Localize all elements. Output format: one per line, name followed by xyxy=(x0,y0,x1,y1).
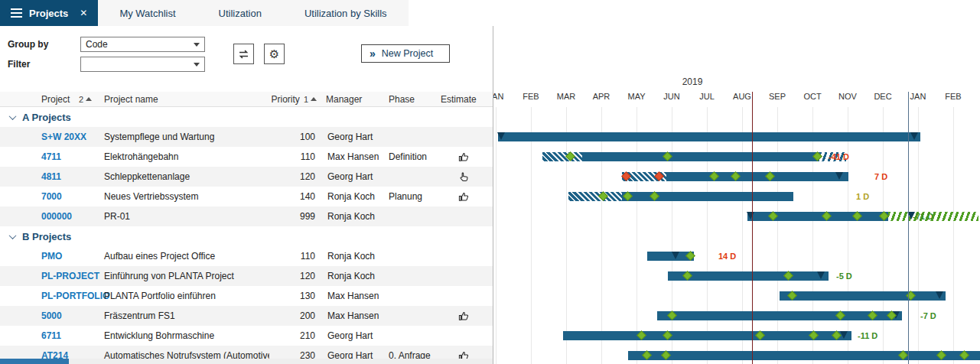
table-row[interactable]: 4811Schleppkettenanlage120Georg Hart xyxy=(0,167,493,187)
col-manager-label: Manager xyxy=(326,94,362,105)
main-area: Group by Code Filter ⚙ » New Project xyxy=(0,26,980,364)
gantt-bar[interactable] xyxy=(563,331,851,340)
manager-value: Ronja Koch xyxy=(320,251,378,262)
bar-end-marker xyxy=(936,291,943,299)
table-row[interactable]: 7000Neues Vertriebssystem140Ronja KochPl… xyxy=(0,187,493,206)
menu-icon[interactable] xyxy=(11,8,22,18)
project-code-link[interactable]: 7000 xyxy=(35,191,98,202)
phase-value: Planung xyxy=(378,191,435,202)
thumbs-up-icon[interactable] xyxy=(458,151,470,163)
table-row[interactable]: 6711Entwicklung Bohrmaschine210Georg Har… xyxy=(0,326,493,346)
month-label: NOV xyxy=(830,92,865,101)
table-row[interactable]: 5000Fräszentrum FS1200Max Hansen xyxy=(0,306,493,326)
project-code-link[interactable]: PL-PORTFOLIO xyxy=(35,291,98,301)
project-name: Fräszentrum FS1 xyxy=(98,310,269,321)
gantt-bar[interactable] xyxy=(780,291,946,301)
chevron-down-icon[interactable] xyxy=(9,232,17,239)
bar-label: -71 D xyxy=(913,212,933,221)
manager-value: Max Hansen xyxy=(320,310,378,321)
group-by-select[interactable]: Code xyxy=(80,37,205,52)
group-row[interactable]: A Projects xyxy=(0,107,493,127)
sort-asc-icon xyxy=(86,97,92,101)
priority-value: 120 xyxy=(269,271,320,281)
project-code-link[interactable]: PMO xyxy=(35,251,98,262)
thumbs-up-icon[interactable] xyxy=(458,310,470,322)
gantt-bar[interactable] xyxy=(498,132,920,141)
project-name: Entwicklung Bohrmaschine xyxy=(98,330,269,341)
year-label: 2019 xyxy=(669,76,715,87)
toolbar: Group by Code Filter ⚙ » New Project xyxy=(0,26,493,92)
tab-my-watchlist[interactable]: My Watchlist xyxy=(98,0,197,26)
col-priority[interactable]: Priority 1 xyxy=(269,94,320,105)
gantt-row: -5 D xyxy=(493,266,980,286)
project-code-link[interactable]: S+W 20XX xyxy=(35,132,98,142)
col-phase[interactable]: Phase xyxy=(378,94,435,105)
col-project-label: Project xyxy=(41,94,70,105)
filter-select[interactable] xyxy=(80,57,205,72)
project-name: Aufbau eines Project Office xyxy=(98,251,269,262)
month-label: MAR xyxy=(549,92,584,101)
manager-value: Georg Hart xyxy=(320,171,378,182)
tab-utilization-by-skills[interactable]: Utilization by Skills xyxy=(283,0,409,26)
project-code-link[interactable]: 5000 xyxy=(35,310,98,321)
month-label: OCT xyxy=(795,92,830,101)
project-code-link[interactable]: 6711 xyxy=(35,330,98,341)
horizontal-scrollbar[interactable] xyxy=(0,359,493,364)
chevron-down-icon[interactable] xyxy=(9,112,17,120)
bar-label: -7 D xyxy=(920,311,936,320)
group-label: B Projects xyxy=(22,231,71,242)
gantt-bar[interactable] xyxy=(542,152,819,161)
col-project-name[interactable]: Project name xyxy=(98,94,269,105)
month-label: SEP xyxy=(760,92,795,101)
project-code-link[interactable]: 4711 xyxy=(35,151,98,162)
gear-icon: ⚙ xyxy=(269,47,279,61)
gantt-group-row xyxy=(493,107,980,127)
new-project-button[interactable]: » New Project xyxy=(361,44,450,63)
sort-order-badge: 2 xyxy=(79,95,83,104)
gantt-bar[interactable] xyxy=(657,311,902,320)
col-estimate[interactable]: Estimate xyxy=(435,94,493,105)
hand-icon[interactable] xyxy=(458,171,470,183)
estimate-cell xyxy=(435,171,493,183)
timeline-marker xyxy=(908,92,909,364)
table-row[interactable]: 000000PR-01999Ronja Koch xyxy=(0,206,493,226)
month-label: FEB xyxy=(513,92,549,101)
gantt-row xyxy=(493,286,980,306)
new-project-label: New Project xyxy=(382,48,433,59)
chevron-down-icon xyxy=(194,43,200,47)
gantt-bar[interactable] xyxy=(668,271,829,281)
bar-label: -11 D xyxy=(858,331,877,340)
table-row[interactable]: PMOAufbau eines Project Office110Ronja K… xyxy=(0,246,493,266)
bar-label: -5 D xyxy=(836,271,852,281)
refresh-button[interactable] xyxy=(233,44,254,64)
col-project[interactable]: Project 2 xyxy=(35,94,98,105)
group-row[interactable]: B Projects xyxy=(0,226,493,246)
table-header: Project 2 Project name Priority 1 Manage… xyxy=(0,92,493,107)
table-row[interactable]: PL-PROJECTEinführung von PLANTA Project1… xyxy=(0,266,493,286)
table-row[interactable]: 4711Elektrohängebahn110Max HansenDefinit… xyxy=(0,147,493,167)
manager-value: Max Hansen xyxy=(320,291,378,301)
bar-end-marker xyxy=(817,271,825,279)
project-code-link[interactable]: PL-PROJECT xyxy=(35,271,98,281)
table-row[interactable]: PL-PORTFOLIOPLANTA Portfolio einführen13… xyxy=(0,286,493,306)
col-manager[interactable]: Manager xyxy=(320,94,378,105)
gantt-bar[interactable] xyxy=(628,351,980,360)
bar-label: 14 D xyxy=(718,252,736,261)
table-row[interactable]: S+W 20XXSystempflege und Wartung100Georg… xyxy=(0,127,493,147)
tab-utilization[interactable]: Utilization xyxy=(197,0,283,26)
tab-projects[interactable]: Projects ✕ xyxy=(0,0,98,26)
month-label: JUL xyxy=(689,92,724,101)
gantt-row: -41 D xyxy=(493,147,980,167)
scrollbar-thumb[interactable] xyxy=(0,359,69,364)
gantt-row: -7 D xyxy=(493,306,980,326)
project-name: PR-01 xyxy=(98,211,269,222)
thumbs-up-icon[interactable] xyxy=(458,191,470,203)
project-code-link[interactable]: 4811 xyxy=(35,171,98,182)
close-icon[interactable]: ✕ xyxy=(80,8,87,18)
priority-value: 140 xyxy=(269,191,320,202)
project-code-link[interactable]: 000000 xyxy=(35,211,98,222)
gantt-body: -41 D7 D1 D-71 D14 D-5 D-7 D-11 D xyxy=(493,107,980,364)
col-phase-label: Phase xyxy=(389,94,415,105)
settings-button[interactable]: ⚙ xyxy=(264,44,285,64)
col-estimate-label: Estimate xyxy=(441,94,477,105)
